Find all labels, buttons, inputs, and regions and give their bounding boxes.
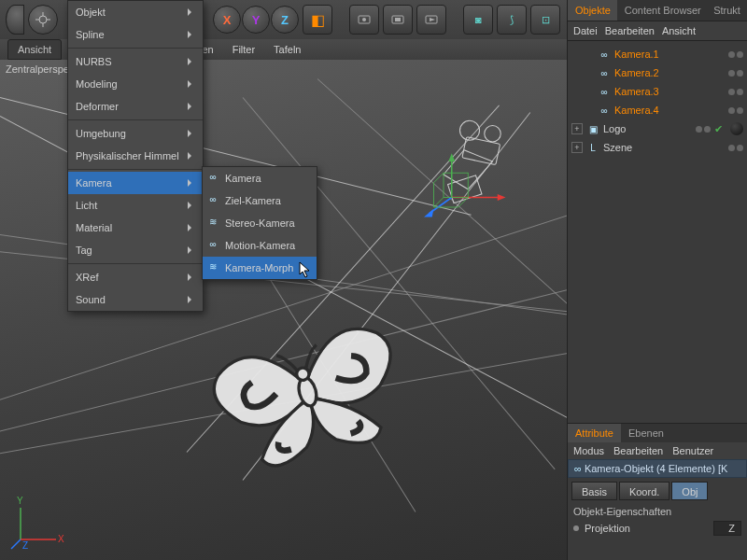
camera-submenu[interactable]: ∞Kamera∞Ziel-Kamera≋Stereo-Kamera∞Motion…	[202, 166, 317, 280]
object-manager-menubar: Datei Bearbeiten Ansicht	[568, 21, 747, 41]
viewport-menu-panels[interactable]: Tafeln	[270, 42, 304, 57]
expand-toggle[interactable]: +	[571, 142, 583, 153]
visibility-dots[interactable]	[728, 89, 743, 95]
object-row[interactable]: ∞Kamera.2	[571, 63, 743, 82]
tab-layers[interactable]: Ebenen	[621, 424, 671, 442]
menu-item[interactable]: Objekt	[68, 1, 203, 23]
tab-content-browser[interactable]: Content Browser	[617, 0, 706, 21]
axis-y-button[interactable]: Y	[242, 6, 270, 34]
objmgr-menu-view[interactable]: Ansicht	[662, 25, 696, 36]
object-type-icon: ∞	[598, 87, 611, 97]
svg-marker-18	[448, 153, 455, 161]
svg-rect-15	[462, 137, 500, 165]
attr-field-projection[interactable]: Projektion Z	[568, 519, 747, 538]
object-row[interactable]: +LSzene	[571, 138, 743, 157]
camera-icon: ∞	[206, 170, 219, 183]
logo-butterfly	[188, 288, 429, 500]
attr-btn-object[interactable]: Obj	[671, 482, 708, 500]
submenu-item[interactable]: ≋Kamera-Morph	[203, 257, 317, 279]
menu-item[interactable]: Tag	[68, 239, 203, 261]
svg-marker-20	[498, 194, 506, 201]
svg-line-24	[434, 198, 444, 208]
menu-item[interactable]: Physikalischer Himmel	[68, 145, 203, 167]
expand-toggle[interactable]: +	[571, 123, 583, 134]
attr-menu-mode[interactable]: Modus	[573, 445, 604, 456]
menu-item-label: Modeling	[76, 78, 118, 90]
object-name[interactable]: Kamera.3	[614, 86, 725, 97]
menu-item[interactable]: Material	[68, 217, 203, 239]
nurbs-button[interactable]: ⊡	[530, 5, 560, 35]
submenu-item[interactable]: ∞Ziel-Kamera	[203, 189, 317, 212]
render-region-button[interactable]	[383, 5, 413, 35]
mini-axis-indicator: Y X Z	[9, 495, 65, 551]
submenu-item[interactable]: ∞Motion-Kamera	[203, 234, 317, 257]
object-name[interactable]: Szene	[603, 142, 725, 153]
svg-marker-10	[430, 18, 435, 21]
attr-field-label: Projektion	[585, 523, 630, 534]
attr-menu-edit[interactable]: Bearbeiten	[613, 445, 663, 456]
attr-btn-coord[interactable]: Koord.	[619, 482, 669, 500]
object-name[interactable]: Kamera.2	[614, 67, 725, 78]
object-row[interactable]: ∞Kamera.3	[571, 82, 743, 101]
object-row[interactable]: +▣Logo✔	[571, 119, 743, 138]
object-type-icon: ∞	[598, 49, 611, 60]
render-check-icon[interactable]: ✔	[714, 123, 723, 135]
camera-icon: ∞	[206, 237, 219, 250]
camera-icon: ∞	[206, 192, 219, 205]
object-manager-tabs: Objekte Content Browser Strukt	[568, 0, 747, 21]
submenu-item-label: Stereo-Kamera	[225, 217, 295, 229]
object-row[interactable]: ∞Kamera.4	[571, 101, 743, 119]
submenu-item[interactable]: ∞Kamera	[203, 167, 317, 189]
menu-item[interactable]: Kamera	[68, 172, 203, 194]
attr-field-value[interactable]: Z	[713, 521, 741, 536]
menu-item[interactable]: Umgebung	[68, 122, 203, 145]
spline-pen-button[interactable]: ⟆	[497, 5, 527, 35]
camera-rig	[411, 116, 542, 246]
objmgr-menu-edit[interactable]: Bearbeiten	[605, 25, 655, 36]
tab-structure[interactable]: Strukt	[706, 0, 747, 21]
object-name[interactable]: Logo	[603, 123, 692, 134]
svg-rect-8	[395, 18, 401, 21]
submenu-arrow-icon	[188, 103, 195, 110]
right-column: Objekte Content Browser Strukt Datei Bea…	[567, 0, 747, 560]
object-name[interactable]: Kamera.1	[614, 49, 725, 60]
visibility-dots[interactable]	[728, 51, 743, 58]
object-list[interactable]: ∞Kamera.1∞Kamera.2∞Kamera.3∞Kamera.4+▣Lo…	[568, 41, 747, 170]
attr-btn-basis[interactable]: Basis	[571, 482, 617, 500]
menu-item[interactable]: Modeling	[68, 73, 203, 95]
render-settings-button[interactable]	[416, 5, 446, 35]
tab-attribute[interactable]: Attribute	[568, 424, 621, 442]
svg-point-14	[485, 126, 501, 143]
axis-x-button[interactable]: X	[213, 6, 241, 34]
object-tag-icon[interactable]	[730, 122, 743, 135]
viewport-menu-filter[interactable]: Filter	[229, 42, 259, 57]
create-menu[interactable]: ObjektSplineNURBSModelingDeformerUmgebun…	[67, 0, 204, 312]
coord-system-button[interactable]: ◧	[303, 5, 332, 35]
object-name[interactable]: Kamera.4	[614, 105, 725, 116]
visibility-dots[interactable]	[728, 70, 743, 77]
objmgr-menu-file[interactable]: Datei	[573, 25, 598, 36]
object-row[interactable]: ∞Kamera.1	[571, 45, 743, 63]
menu-item-label: NURBS	[76, 56, 112, 67]
tool-button-target[interactable]	[28, 5, 58, 35]
axis-z-button[interactable]: Z	[271, 6, 299, 34]
menu-item[interactable]: NURBS	[68, 50, 203, 73]
visibility-dots[interactable]	[728, 107, 743, 114]
menu-item[interactable]: Licht	[68, 194, 203, 217]
primitive-cube-button[interactable]: ◙	[463, 5, 493, 35]
menu-item[interactable]: Spline	[68, 23, 203, 46]
visibility-dots[interactable]	[728, 145, 743, 151]
viewport-tab[interactable]: Ansicht	[7, 39, 62, 60]
tab-objects[interactable]: Objekte	[568, 0, 617, 21]
submenu-arrow-icon	[188, 80, 195, 88]
menu-item[interactable]: Sound	[68, 288, 203, 311]
visibility-dots[interactable]	[696, 126, 711, 133]
svg-rect-16	[448, 175, 482, 203]
tool-button-left[interactable]	[6, 5, 24, 35]
render-button[interactable]	[349, 5, 379, 35]
menu-item-label: Licht	[76, 200, 97, 211]
attr-menu-user[interactable]: Benutzer	[672, 445, 713, 456]
menu-item[interactable]: XRef	[68, 266, 203, 288]
menu-item[interactable]: Deformer	[68, 95, 203, 118]
submenu-item[interactable]: ≋Stereo-Kamera	[203, 212, 317, 234]
